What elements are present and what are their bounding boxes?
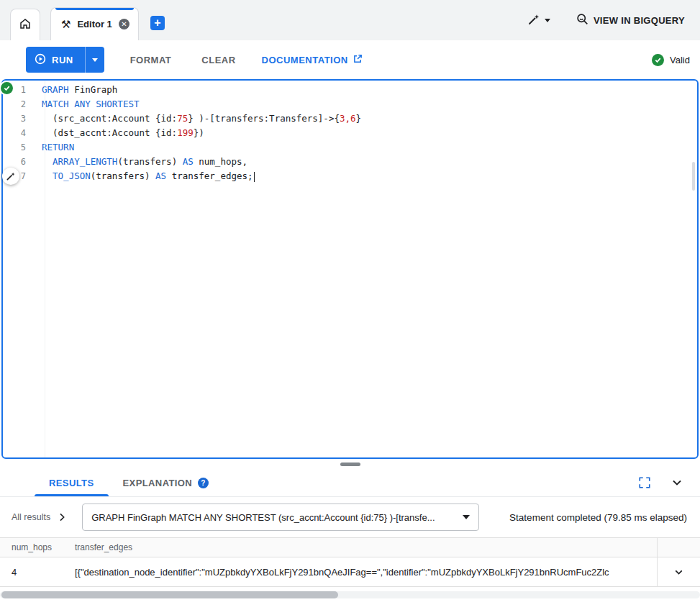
external-link-icon [353, 54, 363, 65]
cell-num-hops: 4 [0, 567, 75, 578]
chevron-right-icon[interactable] [56, 511, 68, 523]
topbar-right: VIEW IN BIGQUERY [527, 0, 685, 40]
expand-row-cell [657, 557, 700, 586]
tab-label: Editor 1 [77, 19, 112, 29]
code-text: (dst_accnt:Account {id:199}) [36, 126, 204, 140]
chevron-down-icon [545, 19, 550, 22]
query-summary-text: GRAPH FinGraph MATCH ANY SHORTEST (src_a… [91, 512, 455, 523]
code-line[interactable]: 3 (src_accnt:Account {id:75} )-[transfer… [3, 111, 697, 126]
view-in-bigquery-button[interactable]: VIEW IN BIGQUERY [576, 13, 685, 27]
line-number: 4 [3, 126, 36, 140]
tools-icon: ⚒ [61, 19, 71, 29]
query-selector-dropdown[interactable]: GRAPH FinGraph MATCH ANY SHORTEST (src_a… [82, 504, 479, 531]
tab-editor-1[interactable]: ⚒ Editor 1 ✕ [50, 7, 139, 40]
horizontal-scrollbar[interactable] [0, 591, 700, 598]
cell-transfer-edges: [{"destination_node_identifier":"mUZpbkd… [75, 567, 657, 578]
clear-button[interactable]: CLEAR [197, 54, 240, 66]
code-text: GRAPH FinGraph [36, 83, 117, 97]
line-number: 6 [3, 155, 36, 169]
view-in-bigquery-label: VIEW IN BIGQUERY [594, 15, 685, 26]
line-number: 2 [3, 97, 36, 111]
chevron-down-icon [92, 58, 98, 62]
code-text: (src_accnt:Account {id:75} )-[transfers:… [36, 111, 361, 126]
documentation-label: DOCUMENTATION [262, 55, 348, 65]
horizontal-scrollbar-thumb[interactable] [1, 591, 338, 598]
code-line[interactable]: 7 TO_JSON(transfers) AS transfer_edges; [3, 169, 697, 183]
code-lines: 1GRAPH FinGraph2MATCH ANY SHORTEST3 (src… [3, 83, 697, 183]
home-icon [19, 17, 32, 32]
play-icon [35, 53, 46, 67]
line-number: 3 [3, 111, 36, 126]
code-line[interactable]: 5RETURN [3, 140, 697, 155]
code-line[interactable]: 1GRAPH FinGraph [3, 83, 697, 97]
results-tab-bar: RESULTS EXPLANATION ? [0, 469, 700, 497]
code-text: MATCH ANY SHORTEST [36, 97, 139, 111]
code-line[interactable]: 2MATCH ANY SHORTEST [3, 97, 697, 111]
column-header-num-hops: num_hops [0, 542, 75, 552]
code-text: ARRAY_LENGTH(transfers) AS num_hops, [36, 155, 247, 169]
help-icon[interactable]: ? [198, 478, 209, 488]
splitter [0, 459, 700, 469]
expand-row-button[interactable] [673, 566, 685, 578]
resize-handle[interactable] [340, 463, 360, 466]
code-line[interactable]: 6 ARRAY_LENGTH(transfers) AS num_hops, [3, 155, 697, 169]
collapse-panel-button[interactable] [670, 475, 684, 490]
run-label: RUN [52, 55, 73, 65]
code-text: TO_JSON(transfers) AS transfer_edges; [36, 169, 255, 183]
column-header-transfer-edges: transfer_edges [75, 542, 657, 552]
magic-wand-icon [527, 13, 540, 28]
column-header-actions [657, 538, 700, 557]
format-button[interactable]: FORMAT [126, 54, 176, 66]
gemini-assist-button[interactable] [527, 13, 550, 28]
tab-results[interactable]: RESULTS [35, 469, 109, 496]
valid-check-icon [652, 54, 664, 66]
gutter-divider [45, 81, 45, 457]
code-text: RETURN [36, 140, 74, 155]
results-toolbar: All results GRAPH FinGraph MATCH ANY SHO… [0, 497, 700, 537]
explanation-tab-label: EXPLANATION [123, 478, 193, 488]
tab-explanation[interactable]: EXPLANATION ? [109, 469, 224, 496]
results-tabs-actions [638, 469, 700, 496]
add-tab-button[interactable]: + [150, 16, 165, 30]
editor-wrap: 1GRAPH FinGraph2MATCH ANY SHORTEST3 (src… [1, 79, 699, 459]
dropdown-caret-icon [463, 515, 470, 519]
all-results-label: All results [12, 512, 50, 522]
code-line[interactable]: 4 (dst_accnt:Account {id:199}) [3, 126, 697, 140]
home-tab[interactable] [10, 9, 40, 40]
ai-edit-gutter-button[interactable] [2, 168, 19, 185]
table-header-row: num_hops transfer_edges [0, 537, 700, 557]
valid-label: Valid [670, 55, 690, 65]
statement-status: Statement completed (79.85 ms elapsed) [509, 512, 688, 523]
run-options-dropdown[interactable] [85, 47, 104, 73]
tab-strip: ⚒ Editor 1 ✕ + VIEW IN BIGQUERY [0, 0, 700, 40]
bigquery-magnifier-icon [576, 13, 588, 27]
run-button[interactable]: RUN [26, 47, 104, 73]
results-tab-label: RESULTS [49, 478, 94, 488]
validation-status: Valid [652, 54, 690, 66]
editor-scrollbar[interactable] [692, 162, 695, 191]
documentation-link[interactable]: DOCUMENTATION [262, 54, 363, 65]
close-tab-icon[interactable]: ✕ [119, 19, 129, 29]
text-cursor [254, 172, 255, 182]
table-row: 4 [{"destination_node_identifier":"mUZpb… [0, 557, 700, 587]
fullscreen-button[interactable] [638, 476, 651, 489]
query-valid-gutter-icon [1, 82, 13, 94]
code-editor[interactable]: 1GRAPH FinGraph2MATCH ANY SHORTEST3 (src… [1, 79, 699, 459]
line-number: 5 [3, 140, 36, 155]
query-toolbar: RUN FORMAT CLEAR DOCUMENTATION Valid [0, 40, 700, 79]
